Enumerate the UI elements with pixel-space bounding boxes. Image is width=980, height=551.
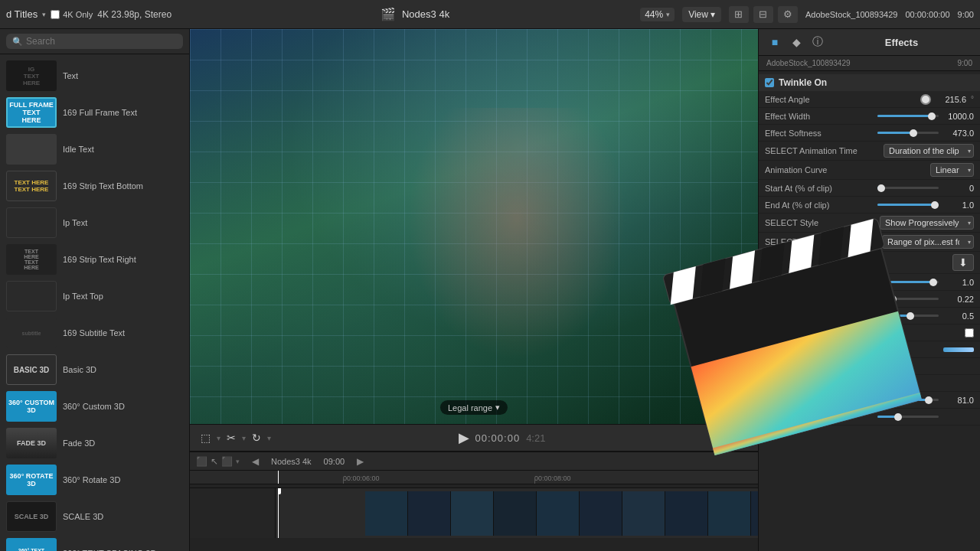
param-row-animation-time: SELECT Animation Time Duration of the cl… xyxy=(759,142,980,161)
effect-header: Twinkle On xyxy=(759,74,980,91)
duration-display: 4:21 xyxy=(526,432,545,444)
animation-time-dropdown[interactable]: Duration of the clip ▾ xyxy=(884,144,974,158)
param-value-area: 0 xyxy=(864,184,974,193)
clip-name: AdobeStock_100893429 xyxy=(805,10,898,19)
search-input[interactable] xyxy=(26,36,177,47)
settings-button[interactable]: ⚙ xyxy=(778,6,798,23)
timeline-back-button[interactable]: ⬛ xyxy=(196,456,207,467)
ruler-tick-1 xyxy=(343,478,344,484)
list-item[interactable]: 360° CUSTOM 3D 360° Custom 3D xyxy=(0,388,189,425)
list-item[interactable]: FADE 3D Fade 3D xyxy=(0,425,189,461)
ruler-mark-2: 00:00:08:00 xyxy=(534,474,571,482)
grid-view-button[interactable]: ⊞ xyxy=(729,6,749,23)
library-chevron-icon[interactable]: ▾ xyxy=(42,11,46,18)
pb-center: ▶ 00:00:00 4:21 xyxy=(283,429,720,446)
param-value-area: 1000.0 xyxy=(864,112,974,121)
angle-knob[interactable] xyxy=(920,94,931,105)
right-panel: ■ ◆ ⓘ Effects AdobeStock_100893429 9:00 … xyxy=(758,29,980,551)
light-rays-checkbox[interactable] xyxy=(965,328,974,337)
softness-slider[interactable] xyxy=(877,315,939,317)
timeline-ruler[interactable]: 00:00:06:00 00:00:08:00 xyxy=(190,471,758,484)
template-label: 169 Subtitle Text xyxy=(63,328,125,338)
mask-add-button[interactable]: ⬇ xyxy=(952,254,974,271)
list-item[interactable]: TEXT HERE TEXT HERE 169 Strip Text Botto… xyxy=(0,168,189,204)
list-item[interactable]: 360° ROTATE 3D 360° Rotate 3D xyxy=(0,461,189,498)
template-label: 360° TEXT SPACING 3D xyxy=(63,548,156,551)
effects-button[interactable]: ↻ xyxy=(250,430,263,445)
4k-only-checkbox[interactable] xyxy=(51,10,60,19)
list-item[interactable]: BASIC 3D Basic 3D xyxy=(0,351,189,388)
list-item[interactable]: TEXTHERETEXTHERE 169 Strip Text Right xyxy=(0,241,189,278)
list-item[interactable]: Idle Text xyxy=(0,131,189,168)
zoom-control[interactable]: 44% ▾ xyxy=(640,8,675,21)
list-item[interactable]: subtitle 169 Subtitle Text xyxy=(0,315,189,351)
template-thumb: 360° ROTATE 3D xyxy=(6,465,57,495)
list-item[interactable]: IGTEXTHERE Text xyxy=(0,57,189,94)
timeline-blade-button[interactable]: ⬛ xyxy=(221,456,233,467)
info-panel-button[interactable]: ⓘ xyxy=(809,34,826,51)
param-value-area: Linear ▾ xyxy=(864,163,974,177)
clip-info-bar: AdobeStock_100893429 9:00 xyxy=(759,56,980,71)
list-view-button[interactable]: ⊟ xyxy=(753,6,773,23)
param-value-area: 473.0 xyxy=(864,129,974,138)
value-slider[interactable] xyxy=(877,281,939,283)
audio-button[interactable]: 🔊 xyxy=(733,430,749,445)
param-label: Start At (% of clip) xyxy=(765,184,864,193)
zoom-chevron-icon[interactable]: ▾ xyxy=(666,11,670,18)
list-item[interactable]: FULL FRAMETEXTHERE 169 Full Frame Text xyxy=(0,94,189,131)
template-label: Basic 3D xyxy=(63,364,96,375)
project-name: Nodes3 4k xyxy=(402,8,449,20)
film-frame xyxy=(451,491,494,536)
glow-strength-slider[interactable] xyxy=(877,416,939,418)
source-select[interactable]: Range of pix...est for video) xyxy=(882,235,974,249)
param-label: Glow Strength xyxy=(765,412,864,422)
timeline-cursor-button[interactable]: ↖ xyxy=(211,456,218,467)
list-item[interactable]: 360° TEXT SPACING 3D 360° TEXT SPACING 3… xyxy=(0,535,189,551)
effect-softness-slider[interactable] xyxy=(877,132,939,134)
style-select[interactable]: Show Progressively xyxy=(880,216,974,230)
4k-only-label[interactable]: 4K Only xyxy=(51,10,93,19)
aperture-slider[interactable] xyxy=(877,298,939,300)
pb-left: ⬚ ▾ ✂ ▾ ↻ ▾ xyxy=(199,430,271,445)
template-thumb: TEXTHERETEXTHERE xyxy=(6,244,57,275)
crop-button[interactable]: ⬚ xyxy=(199,430,212,445)
param-value: 0.5 xyxy=(943,311,974,321)
film-frame xyxy=(622,491,665,536)
effects-content: Twinkle On Effect Angle 215.6 ° Effect W… xyxy=(759,71,980,551)
animation-time-select[interactable]: Duration of the clip xyxy=(884,144,974,158)
top-bar-center: 🎬 Nodes3 4k xyxy=(199,7,631,21)
animation-curve-dropdown[interactable]: Linear ▾ xyxy=(930,163,974,177)
transform-button[interactable]: ✂ xyxy=(225,430,237,445)
slider-fill xyxy=(877,281,931,283)
list-item[interactable]: SCALE 3D SCALE 3D xyxy=(0,498,189,535)
param-row-animation-curve: Animation Curve Linear ▾ xyxy=(759,161,980,180)
play-button[interactable]: ▶ xyxy=(459,429,469,446)
effects-panel-button[interactable]: ■ xyxy=(766,34,783,51)
param-value-area: 0.22 xyxy=(864,295,974,304)
list-item[interactable]: Ip Text Top xyxy=(0,278,189,315)
end-at-slider[interactable] xyxy=(877,204,939,206)
color-panel-button[interactable]: ◆ xyxy=(788,34,805,51)
value2-slider[interactable] xyxy=(877,399,939,401)
param-value: 473.0 xyxy=(943,129,974,138)
param-value-area xyxy=(864,328,974,337)
effect-enabled-checkbox[interactable] xyxy=(765,78,774,87)
source-dropdown[interactable]: Range of pix...est for video) ▾ xyxy=(882,235,974,249)
template-label: 360° Custom 3D xyxy=(63,401,125,412)
list-item[interactable]: Ip Text xyxy=(0,204,189,241)
style-dropdown[interactable]: Show Progressively ▾ xyxy=(880,216,974,230)
animation-curve-select[interactable]: Linear xyxy=(930,163,974,177)
param-label: SELECT Style xyxy=(765,218,864,227)
timeline-next-button[interactable]: ▶ xyxy=(357,456,364,467)
search-bar: 🔍 xyxy=(0,29,189,54)
param-value-area xyxy=(864,347,974,352)
param-label: Animation Curve xyxy=(765,165,864,174)
film-icon: 🎬 xyxy=(381,7,396,21)
video-background xyxy=(190,29,758,424)
timeline-prev-button[interactable]: ◀ xyxy=(252,456,259,467)
view-button[interactable]: View ▾ xyxy=(682,7,721,22)
effect-width-slider[interactable] xyxy=(877,115,939,117)
start-at-slider[interactable] xyxy=(877,187,939,189)
template-thumb: SCALE 3D xyxy=(6,501,57,532)
legal-range-badge[interactable]: Legal range ▾ xyxy=(440,400,508,415)
